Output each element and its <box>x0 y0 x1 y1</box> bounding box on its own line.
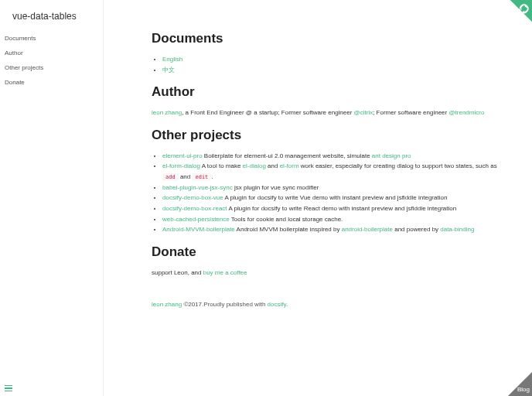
footer-text: . <box>286 301 288 308</box>
main-content: Documents English 中文 Author leon zhang, … <box>104 0 532 396</box>
project-text: and <box>179 173 193 180</box>
project-link[interactable]: Android-MVVM-boilerplate <box>162 226 235 233</box>
project-link[interactable]: web-cached-persistence <box>162 216 230 223</box>
coffee-link[interactable]: buy me a coffee <box>203 269 247 276</box>
project-text: Android MVVM boilerplate inspired by <box>235 226 342 233</box>
code-add: add <box>162 173 179 181</box>
project-link[interactable]: el-form <box>280 162 299 169</box>
project-text: A tool to make <box>200 162 243 169</box>
footer-author-link[interactable]: leon zhang <box>152 301 182 308</box>
docsify-link[interactable]: docsify <box>268 301 286 308</box>
project-text: Boilerplate for element-ui 2.0 managemen… <box>203 152 372 159</box>
code-edit: edit <box>192 173 211 181</box>
donate-text: support Leon, and <box>152 269 203 276</box>
trendmicro-link[interactable]: @trendmicro <box>448 109 484 116</box>
nav-item-author[interactable]: Author <box>0 46 103 60</box>
github-corner[interactable] <box>501 0 532 31</box>
list-item: web-cached-persistence Tools for cookie … <box>162 214 501 225</box>
link-chinese[interactable]: 中文 <box>162 67 175 73</box>
nav-item-documents[interactable]: Documents <box>0 31 103 46</box>
author-line: leon zhang, a Front End Engineer @ a sta… <box>152 108 501 118</box>
list-item: English <box>162 54 501 65</box>
citrix-link[interactable]: @citrix <box>354 109 373 116</box>
project-link[interactable]: ant design pro <box>372 152 411 159</box>
sidebar: vue-data-tables Documents Author Other p… <box>0 0 104 396</box>
list-item: docsify-demo-box-react A plugin for docs… <box>162 203 501 214</box>
list-item: 中文 <box>162 65 501 76</box>
project-text: A plugin for docsify to write Vue demo w… <box>223 194 448 201</box>
documents-list: English 中文 <box>152 54 501 75</box>
project-text: A plugin for docsify to write React demo… <box>227 205 457 212</box>
project-link[interactable]: el-form-dialog <box>162 162 200 169</box>
donate-line: support Leon, and buy me a coffee <box>152 268 501 278</box>
blog-corner[interactable]: Blog <box>498 362 532 396</box>
list-item: element-ui-pro Boilerplate for element-u… <box>162 151 501 162</box>
list-item: docsify-demo-box-vue A plugin for docsif… <box>162 193 501 203</box>
project-link[interactable]: android-boilerplate <box>342 226 393 233</box>
hamburger-icon <box>5 385 12 387</box>
heading-donate: Donate <box>152 244 501 260</box>
project-link[interactable]: el-dialog <box>243 162 266 169</box>
author-name-link[interactable]: leon zhang <box>152 109 182 116</box>
project-text: work easier, especially for creating dia… <box>299 162 497 169</box>
footer: leon zhang ©2017.Proudly published with … <box>152 299 501 310</box>
list-item: Android-MVVM-boilerplate Android MVVM bo… <box>162 224 501 235</box>
author-text: , a Front End Engineer @ a startup; Form… <box>182 109 353 116</box>
project-text: jsx plugin for vue sync modifier <box>233 184 319 191</box>
project-link[interactable]: docsify-demo-box-react <box>162 205 227 212</box>
heading-documents: Documents <box>152 31 501 46</box>
heading-other-projects: Other projects <box>152 128 501 143</box>
footer-text: ©2017.Proudly published with <box>182 301 267 308</box>
nav-item-other-projects[interactable]: Other projects <box>0 60 103 75</box>
nav-list: Documents Author Other projects Donate <box>0 31 103 90</box>
menu-toggle[interactable] <box>5 384 12 394</box>
project-text: and powered by <box>393 226 440 233</box>
project-link[interactable]: babel-plugin-vue-jsx-sync <box>162 184 233 191</box>
projects-list: element-ui-pro Boilerplate for element-u… <box>152 151 501 235</box>
project-text: and <box>266 162 280 169</box>
nav-item-donate[interactable]: Donate <box>0 75 103 90</box>
link-english[interactable]: English <box>162 56 182 63</box>
list-item: babel-plugin-vue-jsx-sync jsx plugin for… <box>162 183 501 193</box>
footer-line: leon zhang ©2017.Proudly published with … <box>152 299 501 310</box>
project-text: . <box>211 173 213 180</box>
project-link[interactable]: docsify-demo-box-vue <box>162 194 223 201</box>
project-link[interactable]: data-binding <box>440 226 474 233</box>
author-text: ; Former software engineer <box>373 109 448 116</box>
hamburger-icon <box>5 391 12 392</box>
hamburger-icon <box>5 387 12 389</box>
list-item: el-form-dialog A tool to make el-dialog … <box>162 161 501 182</box>
heading-author: Author <box>152 84 501 100</box>
site-title: vue-data-tables <box>0 11 103 31</box>
project-link[interactable]: element-ui-pro <box>162 152 203 159</box>
blog-label: Blog <box>517 386 530 393</box>
project-text: Tools for cookie and local storage cache… <box>230 216 343 223</box>
